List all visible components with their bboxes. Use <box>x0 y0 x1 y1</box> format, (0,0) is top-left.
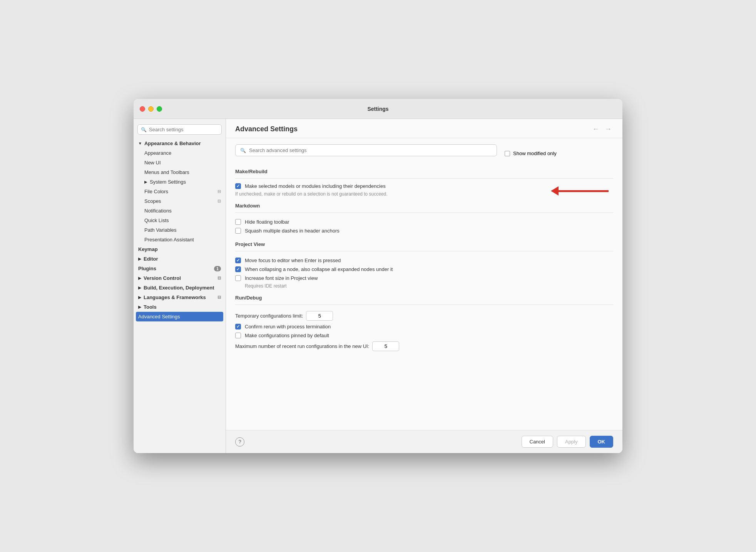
sidebar-item-build-execution[interactable]: ▶ Build, Execution, Deployment <box>134 283 226 293</box>
sidebar-item-label: System Settings <box>150 179 186 185</box>
sidebar-item-presentation-assistant[interactable]: Presentation Assistant <box>134 235 226 244</box>
chevron-right-icon: ▶ <box>138 286 141 290</box>
cancel-button[interactable]: Cancel <box>522 436 553 448</box>
divider <box>235 251 613 251</box>
back-button[interactable]: ← <box>591 125 601 133</box>
checkbox-row-font-size: Increase font size in Project view <box>235 274 613 283</box>
sidebar-item-label: Quick Lists <box>144 217 169 223</box>
sidebar-item-label: Languages & Frameworks <box>144 294 206 300</box>
confirm-rerun-checkbox[interactable] <box>235 324 241 330</box>
sidebar-item-label: Scopes <box>144 198 161 204</box>
sidebar-search-box[interactable]: 🔍 <box>137 124 222 135</box>
make-configs-pinned-checkbox[interactable] <box>235 333 241 338</box>
chevron-right-icon: ▶ <box>138 305 141 309</box>
sidebar-item-editor[interactable]: ▶ Editor <box>134 254 226 264</box>
move-focus-editor-label: Move focus to editor when Enter is press… <box>245 258 341 263</box>
ok-button[interactable]: OK <box>590 436 614 448</box>
arrow-head <box>551 186 559 196</box>
sidebar-item-scopes[interactable]: Scopes ⊟ <box>134 196 226 206</box>
arrow-annotation <box>551 186 609 196</box>
plugins-badge: 1 <box>214 266 221 271</box>
max-recent-configs-input[interactable] <box>372 341 399 351</box>
collapse-nodes-label: When collapsing a node, also collapse al… <box>245 266 393 272</box>
divider <box>235 304 613 305</box>
setting-hide-floating-toolbar: Hide floating toolbar <box>235 217 613 226</box>
show-modified-checkbox[interactable] <box>505 151 510 156</box>
increase-font-size-checkbox[interactable] <box>235 275 241 281</box>
close-button[interactable] <box>140 106 145 112</box>
advanced-search-input[interactable] <box>249 147 492 153</box>
show-modified-label: Show modified only <box>513 151 557 156</box>
sidebar-item-advanced-settings[interactable]: Advanced Settings <box>136 312 223 321</box>
section-make-rebuild: Make/Rebuild Make selected models or mod… <box>235 169 613 197</box>
main-content: 🔍 Show modified only Make/Rebuild <box>226 138 622 430</box>
squash-dashes-checkbox[interactable] <box>235 228 241 234</box>
checkbox-row: Make selected models or modules includin… <box>235 183 388 189</box>
sidebar-item-keymap[interactable]: Keymap <box>134 244 226 254</box>
bottom-bar: ? Cancel Apply OK <box>226 430 622 453</box>
hide-floating-toolbar-checkbox[interactable] <box>235 219 241 225</box>
temp-config-limit-label: Temporary configurations limit: <box>235 313 303 319</box>
copy-icon: ⊟ <box>217 189 221 194</box>
search-row: 🔍 Show modified only <box>235 144 613 162</box>
sidebar-item-plugins[interactable]: Plugins 1 <box>134 264 226 273</box>
sidebar-item-appearance[interactable]: Appearance <box>134 148 226 158</box>
main-panel: Advanced Settings ← → 🔍 Show modified on… <box>226 119 622 453</box>
sidebar-item-languages-frameworks[interactable]: ▶ Languages & Frameworks ⊟ <box>134 293 226 302</box>
sidebar-item-quick-lists[interactable]: Quick Lists <box>134 216 226 225</box>
sidebar-item-label: Plugins <box>138 266 156 271</box>
chevron-down-icon: ▼ <box>138 141 142 146</box>
titlebar: Settings <box>134 99 622 119</box>
section-project-view: Project View Move focus to editor when E… <box>235 241 613 289</box>
sidebar-item-file-colors[interactable]: File Colors ⊟ <box>134 187 226 196</box>
sidebar-item-version-control[interactable]: ▶ Version Control ⊟ <box>134 273 226 283</box>
section-make-rebuild-title: Make/Rebuild <box>235 169 613 174</box>
chevron-right-icon: ▶ <box>138 257 141 261</box>
sidebar-item-system-settings[interactable]: ▶ System Settings <box>134 177 226 187</box>
section-run-debug-title: Run/Debug <box>235 295 613 301</box>
sidebar-item-label: Path Variables <box>144 227 177 233</box>
sidebar-item-label: Advanced Settings <box>138 314 180 319</box>
setting-temp-config-limit: Temporary configurations limit: <box>235 309 613 322</box>
make-selected-hint: If unchecked, make or rebuild on a selec… <box>235 191 388 197</box>
sidebar-item-label: Build, Execution, Deployment <box>144 285 214 291</box>
sidebar-item-label: Appearance & Behavior <box>144 141 201 146</box>
setting-collapse-nodes: When collapsing a node, also collapse al… <box>235 265 613 274</box>
sidebar-item-appearance-behavior[interactable]: ▼ Appearance & Behavior <box>134 139 226 148</box>
apply-button[interactable]: Apply <box>557 436 586 448</box>
sidebar-item-label: Presentation Assistant <box>144 237 194 243</box>
temp-config-limit-input[interactable] <box>306 311 333 321</box>
help-button[interactable]: ? <box>235 437 244 447</box>
chevron-right-icon: ▶ <box>144 180 147 184</box>
sidebar-item-menus-toolbars[interactable]: Menus and Toolbars <box>134 167 226 177</box>
setting-increase-font-size: Increase font size in Project view Requi… <box>235 274 613 289</box>
arrow-shaft <box>559 190 609 192</box>
show-modified-row: Show modified only <box>505 151 557 156</box>
setting-make-selected-models: Make selected models or modules includin… <box>235 183 613 197</box>
sidebar-item-new-ui[interactable]: New UI <box>134 158 226 167</box>
sidebar-item-path-variables[interactable]: Path Variables <box>134 225 226 235</box>
section-project-view-title: Project View <box>235 241 613 247</box>
chevron-right-icon: ▶ <box>138 276 141 280</box>
divider <box>235 212 613 213</box>
page-title: Advanced Settings <box>235 125 298 133</box>
sidebar-item-label: File Colors <box>144 189 168 194</box>
setting-max-recent-configs: Maximum number of recent run configurati… <box>235 340 613 353</box>
window-title: Settings <box>367 106 388 112</box>
copy-icon: ⊟ <box>217 199 221 204</box>
move-focus-editor-checkbox[interactable] <box>235 258 241 263</box>
forward-button[interactable]: → <box>603 125 613 133</box>
sidebar-item-label: Keymap <box>138 246 158 252</box>
sidebar-item-notifications[interactable]: Notifications <box>134 206 226 216</box>
sidebar-item-label: Editor <box>144 256 158 262</box>
sidebar-item-label: Notifications <box>144 208 172 214</box>
minimize-button[interactable] <box>148 106 154 112</box>
maximize-button[interactable] <box>157 106 162 112</box>
collapse-nodes-checkbox[interactable] <box>235 266 241 272</box>
make-selected-checkbox[interactable] <box>235 183 241 189</box>
max-recent-configs-label: Maximum number of recent run configurati… <box>235 343 369 349</box>
bottom-actions: Cancel Apply OK <box>522 436 614 448</box>
sidebar-search-input[interactable] <box>149 127 218 132</box>
advanced-search-bar[interactable]: 🔍 <box>235 144 497 156</box>
sidebar-item-tools[interactable]: ▶ Tools <box>134 302 226 312</box>
